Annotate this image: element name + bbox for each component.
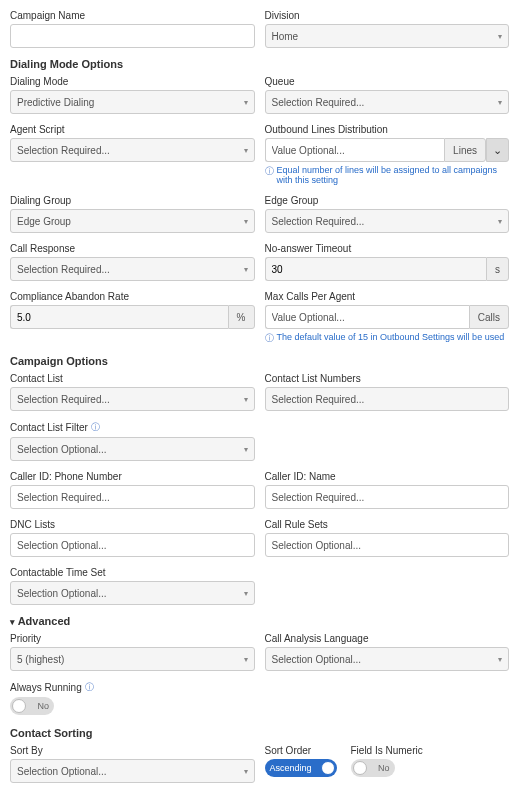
caller-id-name-input[interactable]: Selection Required... [265, 485, 510, 509]
contactable-time-value: Selection Optional... [17, 588, 107, 599]
outbound-lines-value: Value Optional... [272, 145, 345, 156]
toggle-label: No [37, 701, 49, 711]
chevron-down-icon: ▾ [244, 655, 248, 664]
priority-label: Priority [10, 633, 255, 644]
campaign-name-input[interactable] [10, 24, 255, 48]
field-numeric-label: Field Is Numeric [351, 745, 423, 756]
contact-list-filter-label: Contact List Filter ⓘ [10, 421, 255, 434]
dnc-lists-label: DNC Lists [10, 519, 255, 530]
dialing-mode-value: Predictive Dialing [17, 97, 94, 108]
field-numeric-toggle[interactable]: No [351, 759, 395, 777]
dialing-mode-select[interactable]: Predictive Dialing ▾ [10, 90, 255, 114]
call-analysis-select[interactable]: Selection Optional... ▾ [265, 647, 510, 671]
always-running-toggle[interactable]: No [10, 697, 54, 715]
contact-list-numbers-value: Selection Required... [272, 394, 365, 405]
chevron-down-icon: ▾ [244, 217, 248, 226]
sort-by-label: Sort By [10, 745, 255, 756]
chevron-down-icon: ▾ [244, 589, 248, 598]
caller-id-number-label: Caller ID: Phone Number [10, 471, 255, 482]
max-calls-label: Max Calls Per Agent [265, 291, 510, 302]
caller-id-number-input[interactable]: Selection Required... [10, 485, 255, 509]
max-calls-value: Value Optional... [272, 312, 345, 323]
division-select[interactable]: Home ▾ [265, 24, 510, 48]
edge-group-select[interactable]: Selection Required... ▾ [265, 209, 510, 233]
campaign-options-section-title: Campaign Options [10, 355, 509, 367]
call-rule-sets-select[interactable]: Selection Optional... [265, 533, 510, 557]
chevron-down-icon: ▾ [498, 98, 502, 107]
info-icon: ⓘ [85, 681, 94, 694]
contactable-time-select[interactable]: Selection Optional... ▾ [10, 581, 255, 605]
dnc-lists-select[interactable]: Selection Optional... [10, 533, 255, 557]
chevron-down-icon: ▾ [244, 395, 248, 404]
chevron-down-icon: ▾ [244, 98, 248, 107]
chevron-down-icon: ⌄ [493, 144, 502, 157]
sort-by-select[interactable]: Selection Optional... ▾ [10, 759, 255, 783]
priority-select[interactable]: 5 (highest) ▾ [10, 647, 255, 671]
info-icon: ⓘ [265, 332, 274, 345]
call-response-label: Call Response [10, 243, 255, 254]
chevron-down-icon: ▾ [498, 217, 502, 226]
outbound-lines-suffix: Lines [444, 138, 486, 162]
queue-label: Queue [265, 76, 510, 87]
sort-order-toggle[interactable]: Ascending [265, 759, 337, 777]
info-icon: ⓘ [91, 421, 100, 434]
queue-select[interactable]: Selection Required... ▾ [265, 90, 510, 114]
queue-value: Selection Required... [272, 97, 365, 108]
dialing-mode-label: Dialing Mode [10, 76, 255, 87]
sort-by-value: Selection Optional... [17, 766, 107, 777]
contact-list-numbers-select[interactable]: Selection Required... [265, 387, 510, 411]
agent-script-value: Selection Required... [17, 145, 110, 156]
contact-list-filter-select[interactable]: Selection Optional... ▾ [10, 437, 255, 461]
toggle-knob [321, 761, 335, 775]
contact-list-filter-value: Selection Optional... [17, 444, 107, 455]
max-calls-suffix: Calls [469, 305, 509, 329]
caller-id-name-label: Caller ID: Name [265, 471, 510, 482]
priority-value: 5 (highest) [17, 654, 64, 665]
campaign-name-label: Campaign Name [10, 10, 255, 21]
contact-list-label: Contact List [10, 373, 255, 384]
no-answer-input[interactable] [265, 257, 487, 281]
contactable-time-label: Contactable Time Set [10, 567, 255, 578]
caret-down-icon: ▾ [10, 617, 15, 627]
toggle-label: Ascending [270, 763, 312, 773]
dialing-group-value: Edge Group [17, 216, 71, 227]
contact-list-value: Selection Required... [17, 394, 110, 405]
chevron-down-icon: ▾ [498, 655, 502, 664]
edge-group-label: Edge Group [265, 195, 510, 206]
call-response-value: Selection Required... [17, 264, 110, 275]
call-response-select[interactable]: Selection Required... ▾ [10, 257, 255, 281]
outbound-lines-help: ⓘ Equal number of lines will be assigned… [265, 165, 510, 185]
contact-sorting-section-title: Contact Sorting [10, 727, 509, 739]
dialing-group-select[interactable]: Edge Group ▾ [10, 209, 255, 233]
contact-list-select[interactable]: Selection Required... ▾ [10, 387, 255, 411]
agent-script-select[interactable]: Selection Required... ▾ [10, 138, 255, 162]
chevron-down-icon: ▾ [498, 32, 502, 41]
max-calls-help: ⓘ The default value of 15 in Outbound Se… [265, 332, 510, 345]
contact-list-numbers-label: Contact List Numbers [265, 373, 510, 384]
call-analysis-label: Call Analysis Language [265, 633, 510, 644]
call-rule-sets-label: Call Rule Sets [265, 519, 510, 530]
outbound-lines-dropdown-button[interactable]: ⌄ [486, 138, 509, 162]
dialing-mode-section-title: Dialing Mode Options [10, 58, 509, 70]
dnc-lists-value: Selection Optional... [17, 540, 107, 551]
agent-script-label: Agent Script [10, 124, 255, 135]
chevron-down-icon: ▾ [244, 265, 248, 274]
abandon-rate-label: Compliance Abandon Rate [10, 291, 255, 302]
outbound-lines-label: Outbound Lines Distribution [265, 124, 510, 135]
division-value: Home [272, 31, 299, 42]
division-label: Division [265, 10, 510, 21]
call-analysis-value: Selection Optional... [272, 654, 362, 665]
always-running-label: Always Running ⓘ [10, 681, 255, 694]
dialing-group-label: Dialing Group [10, 195, 255, 206]
toggle-knob [353, 761, 367, 775]
no-answer-label: No-answer Timeout [265, 243, 510, 254]
toggle-label: No [378, 763, 390, 773]
outbound-lines-input[interactable]: Value Optional... [265, 138, 445, 162]
abandon-rate-input[interactable] [10, 305, 228, 329]
sort-order-label: Sort Order [265, 745, 337, 756]
max-calls-input[interactable]: Value Optional... [265, 305, 469, 329]
no-answer-suffix: s [486, 257, 509, 281]
edge-group-value: Selection Required... [272, 216, 365, 227]
chevron-down-icon: ▾ [244, 445, 248, 454]
advanced-section-toggle[interactable]: ▾ Advanced [10, 615, 509, 627]
